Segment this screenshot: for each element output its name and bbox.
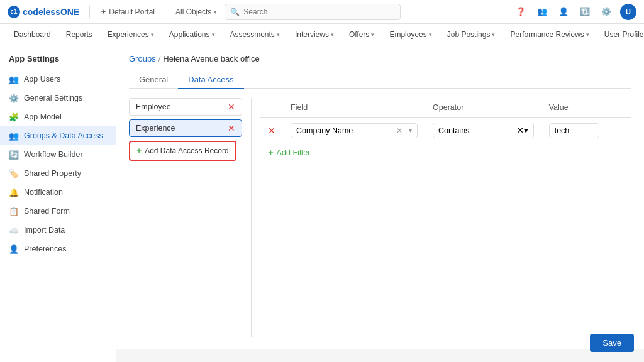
sidebar-item-general-settings[interactable]: ⚙️ General Settings xyxy=(0,89,116,107)
experiences-label: Experiences xyxy=(108,30,149,39)
remove-experience-button[interactable]: ✕ xyxy=(228,124,235,133)
add-filter-plus-icon: + xyxy=(268,147,274,158)
interviews-caret-icon: ▾ xyxy=(331,31,334,38)
breadcrumb-link[interactable]: Groups xyxy=(129,54,156,63)
nav-divider-1 xyxy=(89,6,90,18)
experiences-caret-icon: ▾ xyxy=(151,31,154,38)
sidebar-label-notification: Notification xyxy=(24,188,63,197)
records-panel: Employee ✕ Experience ✕ + Add Data Acces… xyxy=(129,98,252,337)
reports-label: Reports xyxy=(66,30,92,39)
sidebar-item-workflow-builder[interactable]: 🔄 Workflow Builder xyxy=(0,145,116,164)
filter-table-th-value: Value xyxy=(541,98,631,118)
sidebar-label-app-model: App Model xyxy=(24,112,62,121)
sidebar-label-shared-property: Shared Property xyxy=(24,169,81,178)
offers-label: Offers xyxy=(349,30,369,39)
offers-caret-icon: ▾ xyxy=(371,31,374,38)
portal-button[interactable]: ✈ Default Portal xyxy=(100,8,155,16)
sidebar-item-shared-property[interactable]: 🏷️ Shared Property xyxy=(0,164,116,183)
sidebar-label-import-data: Import Data xyxy=(24,226,65,234)
nav-reports[interactable]: Reports xyxy=(60,26,99,43)
main-layout: App Settings 👥 App Users ⚙️ General Sett… xyxy=(0,45,644,362)
avatar[interactable]: U xyxy=(620,4,636,20)
sidebar-item-import-data[interactable]: ☁️ Import Data xyxy=(0,221,116,239)
search-icon: 🔍 xyxy=(230,8,240,16)
nav-dashboard[interactable]: Dashboard xyxy=(8,26,57,43)
record-item-experience[interactable]: Experience ✕ xyxy=(129,119,242,137)
filter-table-header-row: Field Operator Value xyxy=(260,98,631,118)
brand-name: codelessONE xyxy=(23,7,79,17)
tab-general[interactable]: General xyxy=(129,71,178,89)
operator-select-value: Contains xyxy=(438,126,469,135)
help-icon-button[interactable]: ❓ xyxy=(513,4,528,19)
settings-icon-button[interactable]: ⚙️ xyxy=(599,4,614,19)
nav-offers[interactable]: Offers ▾ xyxy=(343,26,380,43)
remove-filter-button[interactable]: ✕ xyxy=(268,126,275,136)
filter-table: Field Operator Value ✕ xyxy=(260,98,631,143)
sidebar-label-app-users: App Users xyxy=(24,75,60,84)
sidebar-item-app-users[interactable]: 👥 App Users xyxy=(0,70,116,89)
users-icon-button[interactable]: 👥 xyxy=(535,4,550,19)
add-data-access-record-button[interactable]: + Add Data Access Record xyxy=(129,141,236,161)
content-inner: Groups / Helena Avenue back office Gener… xyxy=(116,45,644,349)
nav-employees[interactable]: Employees ▾ xyxy=(383,26,438,43)
logo[interactable]: c1 codelessONE xyxy=(8,6,79,18)
nav-experiences[interactable]: Experiences ▾ xyxy=(101,26,160,43)
tabs-bar: General Data Access xyxy=(129,71,631,89)
breadcrumb-current: Helena Avenue back office xyxy=(163,54,259,63)
second-navbar: Dashboard Reports Experiences ▾ Applicat… xyxy=(0,24,644,45)
nav-performance-reviews[interactable]: Performance Reviews ▾ xyxy=(504,26,595,43)
operator-select[interactable]: Contains ✕ ▾ xyxy=(433,123,534,138)
performance-reviews-caret-icon: ▾ xyxy=(586,31,589,38)
nav-job-postings[interactable]: Job Postings ▾ xyxy=(441,26,502,43)
field-select[interactable]: Company Name ✕ ▾ xyxy=(291,123,418,138)
data-access-layout: Employee ✕ Experience ✕ + Add Data Acces… xyxy=(129,98,631,337)
save-button-area: Save xyxy=(590,334,634,352)
nav-icons: ❓ 👥 👤 🔃 ⚙️ U xyxy=(513,4,636,20)
employees-caret-icon: ▾ xyxy=(429,31,432,38)
app-users-icon: 👥 xyxy=(9,74,19,84)
nav-applications[interactable]: Applications ▾ xyxy=(163,26,221,43)
operator-clear-icon[interactable]: ✕ xyxy=(517,126,524,135)
top-navbar: c1 codelessONE ✈ Default Portal All Obje… xyxy=(0,0,644,24)
nav-interviews[interactable]: Interviews ▾ xyxy=(289,26,340,43)
interviews-label: Interviews xyxy=(295,30,329,39)
all-objects-label: All Objects xyxy=(175,8,211,16)
tab-data-access[interactable]: Data Access xyxy=(178,71,243,89)
filter-panel: Field Operator Value ✕ xyxy=(252,98,631,337)
portal-label: Default Portal xyxy=(109,8,155,16)
field-clear-icon[interactable]: ✕ xyxy=(396,126,402,135)
sidebar-label-preferences: Preferences xyxy=(24,244,66,253)
save-button[interactable]: Save xyxy=(590,334,634,352)
workflow-builder-icon: 🔄 xyxy=(9,150,19,160)
import-data-icon: ☁️ xyxy=(9,225,19,235)
add-filter-button[interactable]: + Add Filter xyxy=(260,143,631,162)
all-objects-caret-icon: ▾ xyxy=(214,9,217,15)
sidebar-item-notification[interactable]: 🔔 Notification xyxy=(0,183,116,202)
content-area: Groups / Helena Avenue back office Gener… xyxy=(116,45,644,349)
refresh-icon-button[interactable]: 🔃 xyxy=(577,4,592,19)
search-input[interactable] xyxy=(243,8,395,16)
user-profile-label: User Profile xyxy=(604,30,644,39)
sidebar-item-shared-form[interactable]: 📋 Shared Form xyxy=(0,202,116,221)
filter-table-th-action xyxy=(260,98,283,118)
applications-label: Applications xyxy=(169,30,210,39)
tab-general-label: General xyxy=(139,75,168,84)
search-bar[interactable]: 🔍 xyxy=(225,4,401,20)
field-select-value: Company Name xyxy=(296,126,353,135)
nav-assessments[interactable]: Assessments ▾ xyxy=(224,26,286,43)
record-item-employee[interactable]: Employee ✕ xyxy=(129,98,242,116)
value-input[interactable] xyxy=(549,123,599,138)
all-objects-button[interactable]: All Objects ▾ xyxy=(175,8,217,16)
sidebar-item-preferences[interactable]: 👤 Preferences xyxy=(0,239,116,258)
add-record-plus-icon: + xyxy=(136,146,142,156)
nav-user-profile[interactable]: User Profile ▾ xyxy=(598,26,644,43)
remove-employee-button[interactable]: ✕ xyxy=(228,102,235,111)
person-icon-button[interactable]: 👤 xyxy=(556,4,571,19)
groups-data-access-icon: 👥 xyxy=(9,131,19,141)
shared-form-icon: 📋 xyxy=(9,206,19,216)
breadcrumb-separator: / xyxy=(158,54,161,63)
sidebar-item-groups-data-access[interactable]: 👥 Groups & Data Access xyxy=(0,126,116,145)
applications-caret-icon: ▾ xyxy=(212,31,215,38)
assessments-caret-icon: ▾ xyxy=(277,31,280,38)
sidebar-item-app-model[interactable]: 🧩 App Model xyxy=(0,107,116,126)
